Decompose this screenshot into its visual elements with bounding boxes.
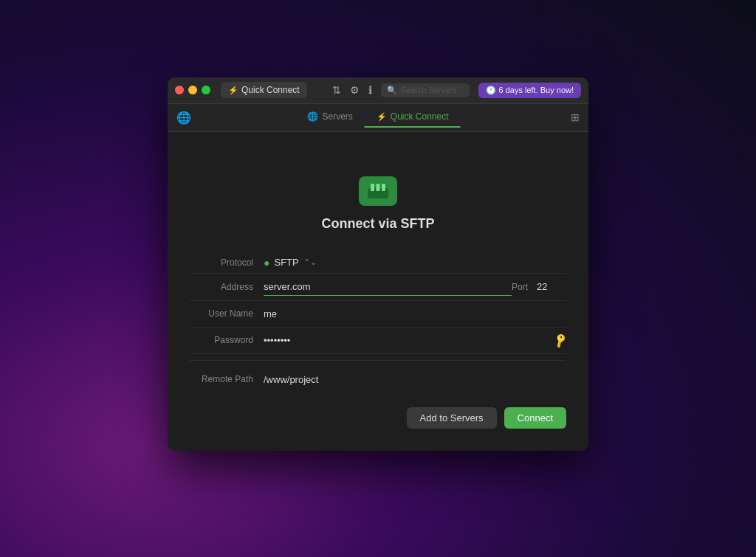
- address-label: Address: [190, 282, 264, 292]
- connect-button[interactable]: Connect: [504, 407, 566, 429]
- subtab-quick-connect[interactable]: ⚡ Quick Connect: [365, 107, 461, 128]
- address-row: Address Port: [190, 274, 566, 301]
- password-label: Password: [190, 335, 264, 345]
- connect-title: Connect via SFTP: [321, 216, 434, 232]
- password-input[interactable]: [264, 332, 548, 349]
- transfer-icon[interactable]: ⇅: [332, 84, 341, 96]
- traffic-lights: [175, 86, 210, 94]
- svg-rect-1: [371, 184, 374, 191]
- protocol-value: SFTP: [274, 257, 298, 268]
- main-content: Connect via SFTP Protocol ● SFTP ⌃⌄ Addr…: [168, 132, 588, 451]
- titlebar-tab-quick-connect[interactable]: ⚡ Quick Connect: [221, 82, 307, 98]
- username-input[interactable]: [264, 305, 566, 322]
- sftp-svg-icon: [365, 181, 391, 201]
- titlebar: ⚡ Quick Connect ⇅ ⚙ ℹ 🔍 Search Servers 🕐…: [168, 77, 588, 104]
- protocol-row: Protocol ● SFTP ⌃⌄: [190, 252, 566, 274]
- subtab-quick-connect-label: Quick Connect: [391, 111, 449, 122]
- globe-icon[interactable]: 🌐: [176, 111, 191, 125]
- titlebar-tab-label: Quick Connect: [241, 85, 300, 95]
- subtab-bar-inner: 🌐 🌐 Servers ⚡ Quick Connect ⊞: [176, 111, 580, 125]
- button-row: Add to Servers Connect: [190, 407, 566, 429]
- buy-label: 6 days left. Buy now!: [499, 86, 574, 94]
- bolt-icon: ⚡: [228, 86, 238, 95]
- subtab-bar: 🌐 🌐 Servers ⚡ Quick Connect ⊞: [168, 104, 588, 132]
- subtab-servers-label: Servers: [322, 111, 352, 122]
- titlebar-tools: ⇅ ⚙ ℹ 🔍 Search Servers 🕐 6 days left. Bu…: [332, 83, 582, 98]
- protocol-dot: ●: [264, 257, 269, 269]
- buy-icon: 🕐: [486, 86, 496, 95]
- minimize-button[interactable]: [188, 86, 197, 94]
- grid-icon[interactable]: ⊞: [571, 111, 580, 123]
- search-box[interactable]: 🔍 Search Servers: [381, 83, 470, 97]
- app-window: ⚡ Quick Connect ⇅ ⚙ ℹ 🔍 Search Servers 🕐…: [168, 77, 588, 451]
- port-input[interactable]: [537, 281, 566, 292]
- search-icon: 🔍: [387, 86, 397, 95]
- sftp-icon: [359, 176, 397, 206]
- close-button[interactable]: [175, 86, 184, 94]
- svg-rect-2: [377, 184, 380, 191]
- key-icon[interactable]: 🔑: [551, 332, 568, 348]
- username-row: User Name: [190, 301, 566, 328]
- protocol-chevron: ⌃⌄: [303, 257, 317, 267]
- svg-rect-3: [382, 184, 385, 191]
- settings-icon[interactable]: ⚙: [350, 84, 360, 96]
- connect-form: Protocol ● SFTP ⌃⌄ Address Port User Nam…: [190, 252, 566, 392]
- port-group: Port: [512, 281, 566, 292]
- add-to-servers-button[interactable]: Add to Servers: [407, 407, 497, 429]
- remote-path-row: Remote Path: [190, 367, 566, 392]
- address-input[interactable]: [264, 278, 512, 296]
- protocol-label: Protocol: [190, 257, 264, 268]
- quick-connect-bolt-icon: ⚡: [377, 112, 387, 122]
- password-row: Password 🔑: [190, 328, 566, 354]
- maximize-button[interactable]: [202, 86, 210, 94]
- search-placeholder: Search Servers: [401, 86, 457, 94]
- remote-path-label: Remote Path: [190, 374, 264, 384]
- info-icon[interactable]: ℹ: [368, 84, 372, 96]
- subtab-servers[interactable]: 🌐 Servers: [295, 107, 364, 128]
- servers-icon: 🌐: [307, 111, 318, 122]
- remote-path-input[interactable]: [264, 371, 566, 388]
- protocol-select[interactable]: ● SFTP ⌃⌄: [264, 257, 566, 269]
- buy-badge[interactable]: 🕐 6 days left. Buy now!: [478, 83, 582, 98]
- username-label: User Name: [190, 308, 264, 319]
- sftp-icon-wrapper: [359, 176, 397, 206]
- form-divider: [190, 360, 566, 361]
- port-label: Port: [512, 282, 528, 292]
